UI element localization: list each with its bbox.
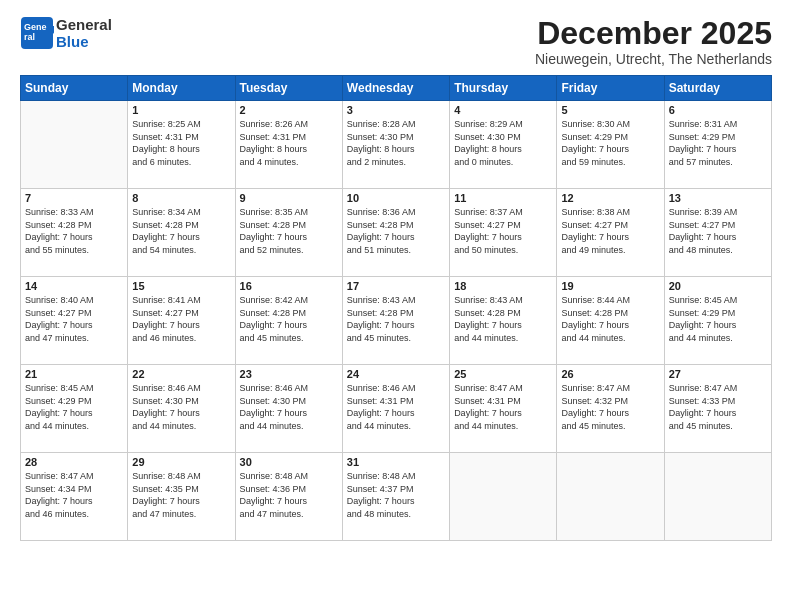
calendar-cell: 23Sunrise: 8:46 AM Sunset: 4:30 PM Dayli… — [235, 365, 342, 453]
day-info: Sunrise: 8:43 AM Sunset: 4:28 PM Dayligh… — [347, 294, 445, 344]
calendar-cell: 24Sunrise: 8:46 AM Sunset: 4:31 PM Dayli… — [342, 365, 449, 453]
calendar-cell: 28Sunrise: 8:47 AM Sunset: 4:34 PM Dayli… — [21, 453, 128, 541]
day-number: 28 — [25, 456, 123, 468]
day-info: Sunrise: 8:43 AM Sunset: 4:28 PM Dayligh… — [454, 294, 552, 344]
day-number: 10 — [347, 192, 445, 204]
calendar-cell: 5Sunrise: 8:30 AM Sunset: 4:29 PM Daylig… — [557, 101, 664, 189]
day-number: 7 — [25, 192, 123, 204]
col-friday: Friday — [557, 76, 664, 101]
calendar-week-row: 7Sunrise: 8:33 AM Sunset: 4:28 PM Daylig… — [21, 189, 772, 277]
calendar-cell: 21Sunrise: 8:45 AM Sunset: 4:29 PM Dayli… — [21, 365, 128, 453]
day-number: 20 — [669, 280, 767, 292]
calendar-cell: 26Sunrise: 8:47 AM Sunset: 4:32 PM Dayli… — [557, 365, 664, 453]
title-block: December 2025 Nieuwegein, Utrecht, The N… — [535, 16, 772, 67]
day-number: 1 — [132, 104, 230, 116]
day-number: 14 — [25, 280, 123, 292]
calendar-cell: 19Sunrise: 8:44 AM Sunset: 4:28 PM Dayli… — [557, 277, 664, 365]
col-sunday: Sunday — [21, 76, 128, 101]
calendar-cell: 18Sunrise: 8:43 AM Sunset: 4:28 PM Dayli… — [450, 277, 557, 365]
day-info: Sunrise: 8:46 AM Sunset: 4:30 PM Dayligh… — [240, 382, 338, 432]
day-info: Sunrise: 8:41 AM Sunset: 4:27 PM Dayligh… — [132, 294, 230, 344]
day-info: Sunrise: 8:26 AM Sunset: 4:31 PM Dayligh… — [240, 118, 338, 168]
calendar-cell: 2Sunrise: 8:26 AM Sunset: 4:31 PM Daylig… — [235, 101, 342, 189]
day-info: Sunrise: 8:45 AM Sunset: 4:29 PM Dayligh… — [669, 294, 767, 344]
day-info: Sunrise: 8:47 AM Sunset: 4:33 PM Dayligh… — [669, 382, 767, 432]
calendar-cell: 17Sunrise: 8:43 AM Sunset: 4:28 PM Dayli… — [342, 277, 449, 365]
col-saturday: Saturday — [664, 76, 771, 101]
day-info: Sunrise: 8:45 AM Sunset: 4:29 PM Dayligh… — [25, 382, 123, 432]
day-number: 11 — [454, 192, 552, 204]
day-number: 6 — [669, 104, 767, 116]
day-info: Sunrise: 8:25 AM Sunset: 4:31 PM Dayligh… — [132, 118, 230, 168]
calendar-cell: 27Sunrise: 8:47 AM Sunset: 4:33 PM Dayli… — [664, 365, 771, 453]
day-info: Sunrise: 8:46 AM Sunset: 4:30 PM Dayligh… — [132, 382, 230, 432]
calendar-cell — [450, 453, 557, 541]
logo-blue-text: Blue — [56, 33, 112, 50]
day-info: Sunrise: 8:47 AM Sunset: 4:34 PM Dayligh… — [25, 470, 123, 520]
day-number: 9 — [240, 192, 338, 204]
month-title: December 2025 — [535, 16, 772, 51]
day-number: 29 — [132, 456, 230, 468]
day-number: 5 — [561, 104, 659, 116]
day-number: 8 — [132, 192, 230, 204]
col-wednesday: Wednesday — [342, 76, 449, 101]
calendar-week-row: 1Sunrise: 8:25 AM Sunset: 4:31 PM Daylig… — [21, 101, 772, 189]
calendar-week-row: 21Sunrise: 8:45 AM Sunset: 4:29 PM Dayli… — [21, 365, 772, 453]
calendar-cell: 8Sunrise: 8:34 AM Sunset: 4:28 PM Daylig… — [128, 189, 235, 277]
day-number: 4 — [454, 104, 552, 116]
col-tuesday: Tuesday — [235, 76, 342, 101]
calendar-cell — [664, 453, 771, 541]
logo: Gene ral General Blue — [20, 16, 112, 51]
day-info: Sunrise: 8:48 AM Sunset: 4:37 PM Dayligh… — [347, 470, 445, 520]
day-info: Sunrise: 8:40 AM Sunset: 4:27 PM Dayligh… — [25, 294, 123, 344]
location: Nieuwegein, Utrecht, The Netherlands — [535, 51, 772, 67]
day-number: 16 — [240, 280, 338, 292]
header: Gene ral General Blue December 2025 Nieu… — [20, 16, 772, 67]
calendar-cell: 9Sunrise: 8:35 AM Sunset: 4:28 PM Daylig… — [235, 189, 342, 277]
day-info: Sunrise: 8:37 AM Sunset: 4:27 PM Dayligh… — [454, 206, 552, 256]
calendar-cell: 31Sunrise: 8:48 AM Sunset: 4:37 PM Dayli… — [342, 453, 449, 541]
calendar-cell: 11Sunrise: 8:37 AM Sunset: 4:27 PM Dayli… — [450, 189, 557, 277]
day-info: Sunrise: 8:36 AM Sunset: 4:28 PM Dayligh… — [347, 206, 445, 256]
day-info: Sunrise: 8:33 AM Sunset: 4:28 PM Dayligh… — [25, 206, 123, 256]
calendar-cell: 30Sunrise: 8:48 AM Sunset: 4:36 PM Dayli… — [235, 453, 342, 541]
day-number: 3 — [347, 104, 445, 116]
calendar-cell: 16Sunrise: 8:42 AM Sunset: 4:28 PM Dayli… — [235, 277, 342, 365]
day-info: Sunrise: 8:48 AM Sunset: 4:36 PM Dayligh… — [240, 470, 338, 520]
calendar-table: Sunday Monday Tuesday Wednesday Thursday… — [20, 75, 772, 541]
calendar-cell: 3Sunrise: 8:28 AM Sunset: 4:30 PM Daylig… — [342, 101, 449, 189]
calendar-cell: 12Sunrise: 8:38 AM Sunset: 4:27 PM Dayli… — [557, 189, 664, 277]
day-number: 18 — [454, 280, 552, 292]
day-info: Sunrise: 8:30 AM Sunset: 4:29 PM Dayligh… — [561, 118, 659, 168]
day-info: Sunrise: 8:47 AM Sunset: 4:32 PM Dayligh… — [561, 382, 659, 432]
day-info: Sunrise: 8:34 AM Sunset: 4:28 PM Dayligh… — [132, 206, 230, 256]
day-info: Sunrise: 8:39 AM Sunset: 4:27 PM Dayligh… — [669, 206, 767, 256]
day-info: Sunrise: 8:38 AM Sunset: 4:27 PM Dayligh… — [561, 206, 659, 256]
day-info: Sunrise: 8:48 AM Sunset: 4:35 PM Dayligh… — [132, 470, 230, 520]
calendar-week-row: 14Sunrise: 8:40 AM Sunset: 4:27 PM Dayli… — [21, 277, 772, 365]
day-number: 2 — [240, 104, 338, 116]
day-number: 26 — [561, 368, 659, 380]
svg-text:Gene: Gene — [24, 22, 47, 32]
day-number: 21 — [25, 368, 123, 380]
day-number: 19 — [561, 280, 659, 292]
calendar-cell — [21, 101, 128, 189]
day-info: Sunrise: 8:29 AM Sunset: 4:30 PM Dayligh… — [454, 118, 552, 168]
calendar-cell: 1Sunrise: 8:25 AM Sunset: 4:31 PM Daylig… — [128, 101, 235, 189]
calendar-cell: 25Sunrise: 8:47 AM Sunset: 4:31 PM Dayli… — [450, 365, 557, 453]
calendar-cell: 22Sunrise: 8:46 AM Sunset: 4:30 PM Dayli… — [128, 365, 235, 453]
day-number: 27 — [669, 368, 767, 380]
day-number: 15 — [132, 280, 230, 292]
day-number: 12 — [561, 192, 659, 204]
day-info: Sunrise: 8:35 AM Sunset: 4:28 PM Dayligh… — [240, 206, 338, 256]
page: Gene ral General Blue December 2025 Nieu… — [0, 0, 792, 612]
logo-general-text: General — [56, 16, 112, 33]
calendar-cell: 7Sunrise: 8:33 AM Sunset: 4:28 PM Daylig… — [21, 189, 128, 277]
day-info: Sunrise: 8:46 AM Sunset: 4:31 PM Dayligh… — [347, 382, 445, 432]
calendar-header-row: Sunday Monday Tuesday Wednesday Thursday… — [21, 76, 772, 101]
calendar-cell: 29Sunrise: 8:48 AM Sunset: 4:35 PM Dayli… — [128, 453, 235, 541]
calendar-cell: 13Sunrise: 8:39 AM Sunset: 4:27 PM Dayli… — [664, 189, 771, 277]
day-info: Sunrise: 8:28 AM Sunset: 4:30 PM Dayligh… — [347, 118, 445, 168]
day-info: Sunrise: 8:31 AM Sunset: 4:29 PM Dayligh… — [669, 118, 767, 168]
day-number: 24 — [347, 368, 445, 380]
